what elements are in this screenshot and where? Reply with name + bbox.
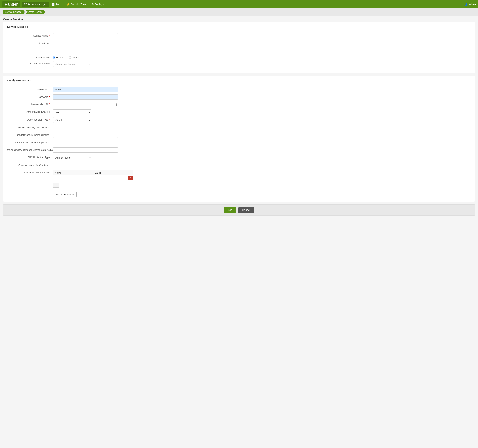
- cancel-button[interactable]: Cancel: [238, 207, 254, 213]
- authorization-enabled-row: Authorization Enabled No Yes: [7, 109, 471, 115]
- config-col-value: Value: [93, 170, 133, 175]
- authorization-enabled-label: Authorization Enabled: [7, 109, 53, 113]
- config-properties-section: Config Properties : Username * Password …: [3, 76, 475, 202]
- username-label: admin: [469, 3, 476, 6]
- common-name-input[interactable]: [53, 163, 118, 168]
- service-details-section: Service Details : Service Name * Descrip…: [3, 22, 475, 73]
- authorization-enabled-select[interactable]: No Yes: [53, 109, 91, 115]
- common-name-label: Common Name for Certificate: [7, 163, 53, 167]
- nav-audit-label: Audit: [56, 3, 61, 6]
- nav-audit[interactable]: 📄 Audit: [49, 2, 64, 7]
- test-connection-row: Test Connection: [7, 190, 471, 198]
- dfs-datanode-row: dfs.datanode.kerberos.principal: [7, 133, 471, 138]
- authentication-type-label: Authentication Type *: [7, 117, 53, 121]
- authentication-type-row: Authentication Type * Simple Kerberos: [7, 117, 471, 123]
- main-content: Service Details : Service Name * Descrip…: [0, 22, 478, 219]
- dfs-secondary-input[interactable]: [53, 148, 118, 153]
- gear-icon: ⚙: [91, 3, 94, 6]
- nav-security-zone[interactable]: ⚡ Security Zone: [64, 2, 88, 7]
- namenode-url-row: Namenode URL * ℹ: [7, 102, 471, 107]
- bolt-icon: ⚡: [67, 3, 70, 6]
- test-connection-button[interactable]: Test Connection: [53, 192, 76, 197]
- footer-bar: Add Cancel: [3, 205, 475, 216]
- service-name-label: Service Name *: [7, 33, 53, 37]
- config-table-row: ✕: [53, 175, 133, 180]
- page-title: Create Service: [0, 16, 478, 22]
- app-brand[interactable]: Ranger: [2, 1, 20, 7]
- config-table-header: Name Value: [53, 170, 133, 175]
- nav-settings[interactable]: ⚙ Settings: [89, 2, 106, 7]
- add-button[interactable]: Add: [224, 207, 236, 213]
- nav-settings-label: Settings: [95, 3, 104, 6]
- password-row: Password *: [7, 94, 471, 100]
- dfs-secondary-label: dfs.secondary.namenode.kerberos.principa…: [7, 148, 53, 151]
- user-icon: 👤: [465, 3, 468, 6]
- select-tag-service-dropdown[interactable]: Select Tag Service: [53, 61, 91, 67]
- doc-icon: 📄: [52, 3, 55, 6]
- add-new-config-row: Add New Configurations Name Value ✕ +: [7, 170, 471, 188]
- disabled-radio-label[interactable]: Disabled: [69, 56, 82, 59]
- hadoop-auth-input[interactable]: [53, 125, 118, 130]
- breadcrumb: Service Manager Create Service: [0, 8, 478, 16]
- select-tag-service-label: Select Tag Service: [7, 61, 53, 65]
- config-value-input[interactable]: [90, 175, 127, 180]
- username-input[interactable]: [53, 87, 118, 92]
- hadoop-auth-label: hadoop.security.auth_to_local: [7, 125, 53, 129]
- service-name-row: Service Name *: [7, 33, 471, 38]
- active-status-label: Active Status: [7, 55, 53, 59]
- active-status-group: Enabled Disabled: [53, 55, 118, 59]
- rpc-protection-label: RPC Protection Type: [7, 155, 53, 159]
- breadcrumb-create-service[interactable]: Create Service: [25, 10, 45, 14]
- service-details-title: Service Details :: [7, 25, 471, 30]
- dfs-namenode-input[interactable]: [53, 140, 118, 145]
- dfs-namenode-row: dfs.namenode.kerberos.principal: [7, 140, 471, 145]
- namenode-url-label: Namenode URL *: [7, 102, 53, 106]
- password-input[interactable]: [53, 94, 118, 100]
- common-name-row: Common Name for Certificate: [7, 163, 471, 168]
- config-properties-title: Config Properties :: [7, 79, 471, 84]
- select-tag-service-row: Select Tag Service Select Tag Service: [7, 61, 471, 67]
- namenode-url-input[interactable]: [53, 102, 118, 107]
- service-name-input[interactable]: [53, 33, 118, 38]
- description-input[interactable]: [53, 41, 118, 52]
- rpc-protection-select[interactable]: Authentication Integrity Privacy: [53, 155, 91, 161]
- dfs-namenode-label: dfs.namenode.kerberos.principal: [7, 140, 53, 144]
- add-new-config-label: Add New Configurations: [7, 170, 53, 174]
- active-status-row: Active Status Enabled Disabled: [7, 55, 471, 59]
- config-col-name: Name: [53, 170, 93, 175]
- username-label: Username *: [7, 87, 53, 91]
- description-label: Description: [7, 41, 53, 44]
- dfs-datanode-label: dfs.datanode.kerberos.principal: [7, 133, 53, 136]
- breadcrumb-service-manager[interactable]: Service Manager: [3, 10, 25, 14]
- enabled-radio-label[interactable]: Enabled: [53, 56, 65, 59]
- password-label: Password *: [7, 94, 53, 98]
- disabled-radio[interactable]: [69, 56, 71, 59]
- user-menu[interactable]: 👤 admin: [465, 3, 476, 6]
- shield-icon: 🛡: [24, 3, 27, 6]
- config-add-row-button[interactable]: +: [53, 183, 59, 188]
- config-name-input[interactable]: [53, 175, 90, 180]
- enabled-radio[interactable]: [53, 56, 56, 59]
- config-remove-button[interactable]: ✕: [128, 176, 133, 180]
- nav-access-manager-label: Access Manager: [28, 3, 46, 6]
- info-icon[interactable]: ℹ: [116, 103, 117, 106]
- rpc-protection-row: RPC Protection Type Authentication Integ…: [7, 155, 471, 161]
- nav-access-manager[interactable]: 🛡 Access Manager: [22, 2, 49, 7]
- dfs-secondary-row: dfs.secondary.namenode.kerberos.principa…: [7, 148, 471, 153]
- dfs-datanode-input[interactable]: [53, 133, 118, 138]
- username-row: Username *: [7, 87, 471, 92]
- nav-security-zone-label: Security Zone: [71, 3, 86, 6]
- navbar: Ranger 🛡 Access Manager 📄 Audit ⚡ Securi…: [0, 0, 478, 8]
- description-row: Description: [7, 41, 471, 53]
- hadoop-auth-row: hadoop.security.auth_to_local: [7, 125, 471, 130]
- authentication-type-select[interactable]: Simple Kerberos: [53, 117, 91, 123]
